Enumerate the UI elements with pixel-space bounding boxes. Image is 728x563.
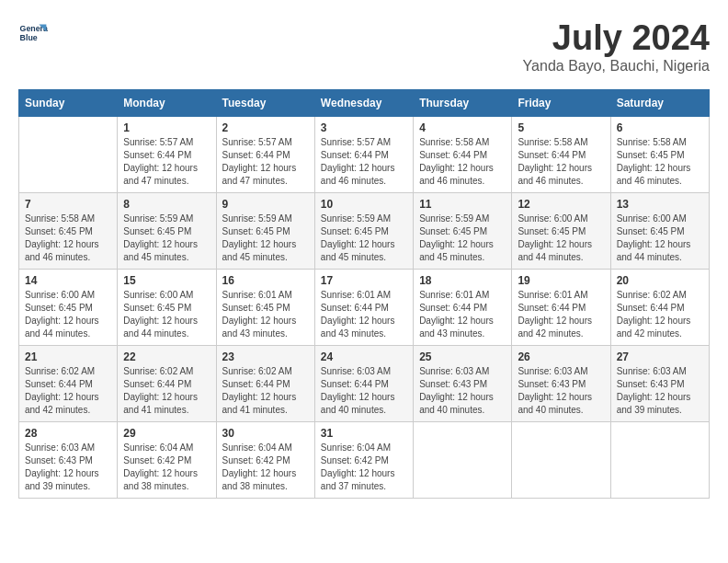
calendar-week-row: 14Sunrise: 6:00 AMSunset: 6:45 PMDayligh… [19,270,710,346]
calendar-cell: 8Sunrise: 5:59 AMSunset: 6:45 PMDaylight… [118,193,216,270]
day-info: Sunrise: 6:00 AMSunset: 6:45 PMDaylight:… [25,289,111,340]
calendar-table: SundayMondayTuesdayWednesdayThursdayFrid… [18,89,710,499]
day-info: Sunrise: 6:04 AMSunset: 6:42 PMDaylight:… [222,442,309,493]
calendar-cell: 18Sunrise: 6:01 AMSunset: 6:44 PMDayligh… [414,270,512,346]
day-info: Sunrise: 5:58 AMSunset: 6:45 PMDaylight:… [25,213,111,264]
day-number: 23 [222,350,309,363]
weekday-header-sunday: Sunday [19,90,118,117]
day-info: Sunrise: 5:59 AMSunset: 6:45 PMDaylight:… [222,213,309,264]
calendar-cell: 15Sunrise: 6:00 AMSunset: 6:45 PMDayligh… [118,270,216,346]
calendar-cell: 30Sunrise: 6:04 AMSunset: 6:42 PMDayligh… [216,422,314,499]
day-number: 15 [123,274,210,287]
day-info: Sunrise: 6:04 AMSunset: 6:42 PMDaylight:… [321,442,407,493]
calendar-cell [19,117,118,193]
day-info: Sunrise: 6:01 AMSunset: 6:44 PMDaylight:… [419,289,506,340]
day-info: Sunrise: 5:57 AMSunset: 6:44 PMDaylight:… [123,136,210,188]
weekday-header-monday: Monday [118,90,216,117]
calendar-cell: 23Sunrise: 6:02 AMSunset: 6:44 PMDayligh… [216,346,314,422]
day-number: 22 [123,350,210,363]
day-number: 28 [25,427,111,440]
calendar-cell: 27Sunrise: 6:03 AMSunset: 6:43 PMDayligh… [610,346,709,422]
calendar-cell [512,422,610,499]
day-number: 31 [321,427,407,440]
day-number: 21 [25,350,111,363]
day-number: 27 [617,350,703,363]
calendar-header: SundayMondayTuesdayWednesdayThursdayFrid… [19,90,710,117]
weekday-header-saturday: Saturday [610,90,709,117]
day-info: Sunrise: 5:59 AMSunset: 6:45 PMDaylight:… [321,213,407,264]
logo: General Blue [18,18,48,48]
calendar-week-row: 28Sunrise: 6:03 AMSunset: 6:43 PMDayligh… [19,422,710,499]
title-section: July 2024 Yanda Bayo, Bauchi, Nigeria [523,18,710,75]
weekday-header-thursday: Thursday [414,90,512,117]
day-number: 16 [222,274,309,287]
day-info: Sunrise: 6:01 AMSunset: 6:44 PMDaylight:… [321,289,407,340]
day-number: 24 [321,350,407,363]
weekday-header-wednesday: Wednesday [314,90,413,117]
calendar-week-row: 7Sunrise: 5:58 AMSunset: 6:45 PMDaylight… [19,193,710,270]
calendar-cell: 20Sunrise: 6:02 AMSunset: 6:44 PMDayligh… [610,270,709,346]
day-number: 19 [518,274,604,287]
calendar-cell: 3Sunrise: 5:57 AMSunset: 6:44 PMDaylight… [314,117,413,193]
day-info: Sunrise: 6:01 AMSunset: 6:44 PMDaylight:… [518,289,604,340]
day-number: 12 [518,198,604,211]
day-number: 11 [419,198,506,211]
day-info: Sunrise: 6:04 AMSunset: 6:42 PMDaylight:… [123,442,210,493]
day-info: Sunrise: 6:00 AMSunset: 6:45 PMDaylight:… [617,213,703,264]
weekday-header-friday: Friday [512,90,610,117]
day-info: Sunrise: 6:02 AMSunset: 6:44 PMDaylight:… [617,289,703,340]
calendar-cell: 19Sunrise: 6:01 AMSunset: 6:44 PMDayligh… [512,270,610,346]
calendar-cell: 17Sunrise: 6:01 AMSunset: 6:44 PMDayligh… [314,270,413,346]
day-number: 6 [617,121,703,134]
calendar-cell: 22Sunrise: 6:02 AMSunset: 6:44 PMDayligh… [118,346,216,422]
calendar-cell: 24Sunrise: 6:03 AMSunset: 6:44 PMDayligh… [314,346,413,422]
day-info: Sunrise: 6:03 AMSunset: 6:44 PMDaylight:… [321,365,407,417]
day-number: 25 [419,350,506,363]
calendar-cell: 4Sunrise: 5:58 AMSunset: 6:44 PMDaylight… [414,117,512,193]
day-info: Sunrise: 5:58 AMSunset: 6:44 PMDaylight:… [419,136,506,188]
day-info: Sunrise: 6:01 AMSunset: 6:45 PMDaylight:… [222,289,309,340]
calendar-cell: 9Sunrise: 5:59 AMSunset: 6:45 PMDaylight… [216,193,314,270]
logo-icon: General Blue [18,18,48,48]
calendar-cell: 12Sunrise: 6:00 AMSunset: 6:45 PMDayligh… [512,193,610,270]
day-number: 14 [25,274,111,287]
calendar-cell: 16Sunrise: 6:01 AMSunset: 6:45 PMDayligh… [216,270,314,346]
calendar-cell: 28Sunrise: 6:03 AMSunset: 6:43 PMDayligh… [19,422,118,499]
calendar-body: 1Sunrise: 5:57 AMSunset: 6:44 PMDaylight… [19,117,710,499]
day-number: 18 [419,274,506,287]
day-number: 5 [518,121,604,134]
day-number: 4 [419,121,506,134]
calendar-cell: 26Sunrise: 6:03 AMSunset: 6:43 PMDayligh… [512,346,610,422]
calendar-cell: 2Sunrise: 5:57 AMSunset: 6:44 PMDaylight… [216,117,314,193]
day-number: 29 [123,427,210,440]
day-number: 17 [321,274,407,287]
day-info: Sunrise: 6:03 AMSunset: 6:43 PMDaylight:… [518,365,604,417]
day-number: 1 [123,121,210,134]
day-number: 3 [321,121,407,134]
calendar-cell: 1Sunrise: 5:57 AMSunset: 6:44 PMDaylight… [118,117,216,193]
day-number: 26 [518,350,604,363]
calendar-cell: 29Sunrise: 6:04 AMSunset: 6:42 PMDayligh… [118,422,216,499]
day-info: Sunrise: 6:03 AMSunset: 6:43 PMDaylight:… [617,365,703,417]
calendar-cell: 31Sunrise: 6:04 AMSunset: 6:42 PMDayligh… [314,422,413,499]
calendar-cell: 13Sunrise: 6:00 AMSunset: 6:45 PMDayligh… [610,193,709,270]
month-year-title: July 2024 [523,18,710,58]
day-number: 13 [617,198,703,211]
calendar-cell: 25Sunrise: 6:03 AMSunset: 6:43 PMDayligh… [414,346,512,422]
day-info: Sunrise: 5:59 AMSunset: 6:45 PMDaylight:… [419,213,506,264]
day-number: 10 [321,198,407,211]
day-info: Sunrise: 6:02 AMSunset: 6:44 PMDaylight:… [25,365,111,417]
day-info: Sunrise: 5:59 AMSunset: 6:45 PMDaylight:… [123,213,210,264]
weekday-header-tuesday: Tuesday [216,90,314,117]
calendar-cell: 6Sunrise: 5:58 AMSunset: 6:45 PMDaylight… [610,117,709,193]
calendar-week-row: 1Sunrise: 5:57 AMSunset: 6:44 PMDaylight… [19,117,710,193]
calendar-week-row: 21Sunrise: 6:02 AMSunset: 6:44 PMDayligh… [19,346,710,422]
calendar-cell: 11Sunrise: 5:59 AMSunset: 6:45 PMDayligh… [414,193,512,270]
day-number: 30 [222,427,309,440]
day-info: Sunrise: 6:03 AMSunset: 6:43 PMDaylight:… [419,365,506,417]
day-info: Sunrise: 6:02 AMSunset: 6:44 PMDaylight:… [222,365,309,417]
page-header: General Blue July 2024 Yanda Bayo, Bauch… [18,18,710,75]
day-info: Sunrise: 6:02 AMSunset: 6:44 PMDaylight:… [123,365,210,417]
day-info: Sunrise: 5:58 AMSunset: 6:44 PMDaylight:… [518,136,604,188]
day-number: 2 [222,121,309,134]
